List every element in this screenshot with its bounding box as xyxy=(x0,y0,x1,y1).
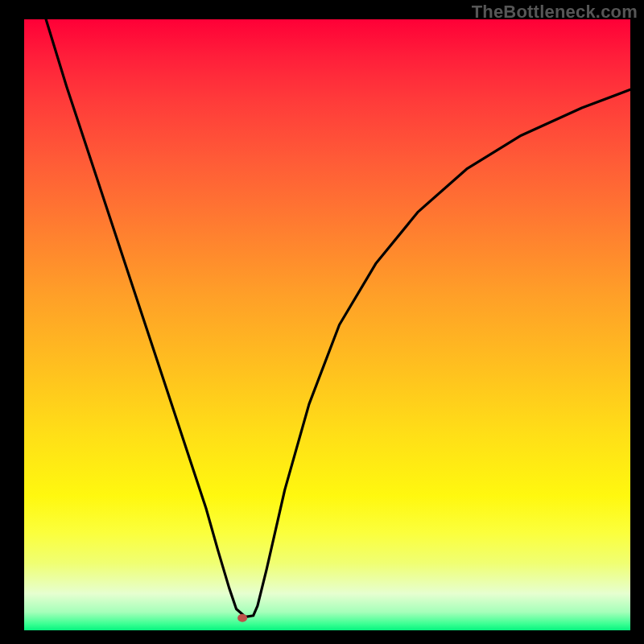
chart-frame: TheBottleneck.com xyxy=(0,0,644,644)
plot-area xyxy=(24,19,630,630)
minimum-marker xyxy=(237,614,247,622)
curve-svg xyxy=(24,19,630,630)
bottleneck-curve xyxy=(46,19,630,617)
